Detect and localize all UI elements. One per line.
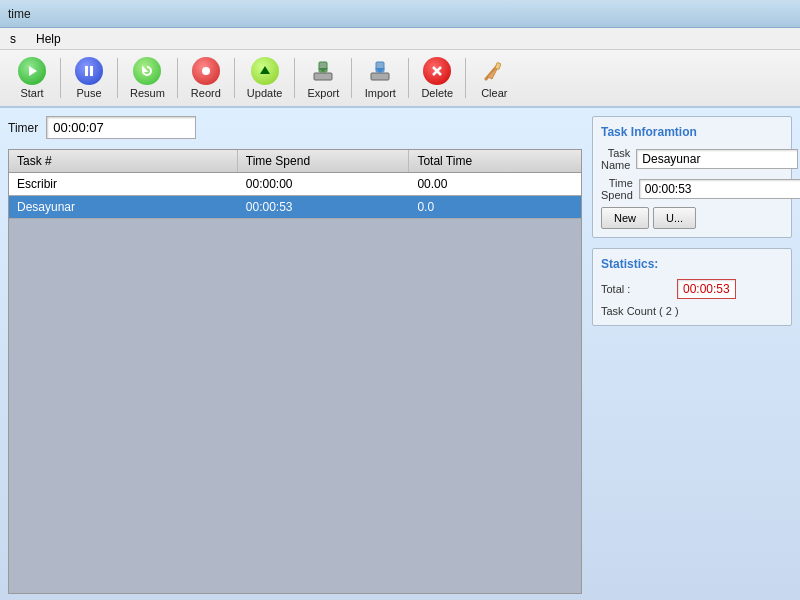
timer-input[interactable] (46, 116, 196, 139)
timer-label: Timer (8, 121, 38, 135)
update-task-button[interactable]: U... (653, 207, 696, 229)
task-name-row: Task Name (601, 147, 783, 171)
time-spend-row: Time Spend (601, 177, 783, 201)
left-panel: Timer Task # Time Spend Total Time Escri… (8, 116, 582, 594)
info-buttons: New U... (601, 207, 783, 229)
task-info-section: Task Inforamtion Task Name Time Spend Ne… (592, 116, 792, 238)
total-value: 00:00:53 (677, 279, 736, 299)
sep-3 (177, 58, 178, 98)
task-name-label: Task Name (601, 147, 630, 171)
row-1-time-spend: 00:00:53 (238, 196, 410, 218)
statistics-section: Statistics: Total : 00:00:53 Task Count … (592, 248, 792, 326)
app-title: time (8, 7, 31, 21)
right-panel: Task Inforamtion Task Name Time Spend Ne… (592, 116, 792, 594)
record-icon (192, 57, 220, 85)
export-button[interactable]: Export (301, 54, 345, 102)
record-button[interactable]: Reord (184, 54, 228, 102)
new-button[interactable]: New (601, 207, 649, 229)
row-0-total-time: 00.00 (409, 173, 581, 195)
table-row[interactable]: Escribir 00:00:00 00.00 (9, 173, 581, 196)
table-body: Escribir 00:00:00 00.00 Desayunar 00:00:… (9, 173, 581, 219)
table-row[interactable]: Desayunar 00:00:53 0.0 (9, 196, 581, 219)
time-spend-input[interactable] (639, 179, 800, 199)
task-table: Task # Time Spend Total Time Escribir 00… (8, 149, 582, 594)
pause-icon (75, 57, 103, 85)
start-button[interactable]: Start (10, 54, 54, 102)
start-icon (18, 57, 46, 85)
table-header: Task # Time Spend Total Time (9, 150, 581, 173)
delete-icon (423, 57, 451, 85)
menu-item-s[interactable]: s (6, 30, 20, 48)
col-total-time: Total Time (409, 150, 581, 172)
row-0-time-spend: 00:00:00 (238, 173, 410, 195)
clear-button[interactable]: Clear (472, 54, 516, 102)
svg-point-3 (202, 67, 210, 75)
resume-button[interactable]: Resum (124, 54, 171, 102)
import-button[interactable]: Import (358, 54, 402, 102)
delete-button[interactable]: Delete (415, 54, 459, 102)
export-icon (309, 57, 337, 85)
resume-icon (133, 57, 161, 85)
update-icon (251, 57, 279, 85)
main-content: Timer Task # Time Spend Total Time Escri… (0, 108, 800, 600)
menu-bar: s Help (0, 28, 800, 50)
row-1-total-time: 0.0 (409, 196, 581, 218)
sep-7 (408, 58, 409, 98)
svg-marker-0 (29, 66, 37, 76)
toolbar: Start Puse Resum Reord (0, 50, 800, 108)
task-info-title: Task Inforamtion (601, 125, 783, 139)
sep-8 (465, 58, 466, 98)
svg-rect-2 (90, 66, 93, 76)
time-spend-label: Time Spend (601, 177, 633, 201)
col-task-num: Task # (9, 150, 238, 172)
task-name-input[interactable] (636, 149, 798, 169)
svg-marker-4 (260, 66, 270, 74)
pause-button[interactable]: Puse (67, 54, 111, 102)
sep-1 (60, 58, 61, 98)
sep-2 (117, 58, 118, 98)
sep-5 (294, 58, 295, 98)
row-0-task: Escribir (9, 173, 238, 195)
clear-icon (480, 57, 508, 85)
col-time-spend: Time Spend (238, 150, 410, 172)
row-1-task: Desayunar (9, 196, 238, 218)
import-icon (366, 57, 394, 85)
stats-title: Statistics: (601, 257, 783, 271)
update-button[interactable]: Update (241, 54, 288, 102)
timer-row: Timer (8, 116, 582, 139)
sep-4 (234, 58, 235, 98)
svg-rect-13 (495, 62, 501, 69)
svg-rect-1 (85, 66, 88, 76)
menu-item-help[interactable]: Help (32, 30, 65, 48)
total-row: Total : 00:00:53 (601, 279, 783, 299)
svg-rect-8 (371, 73, 389, 80)
title-bar: time (0, 0, 800, 28)
total-label: Total : (601, 283, 671, 295)
svg-rect-5 (314, 73, 332, 80)
task-count: Task Count ( 2 ) (601, 305, 783, 317)
sep-6 (351, 58, 352, 98)
